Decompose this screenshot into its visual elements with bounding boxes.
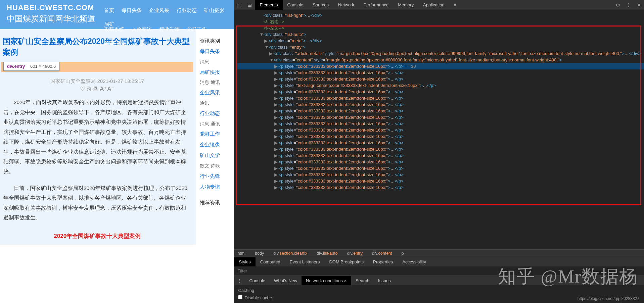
sidebar-link[interactable]: 矿山文学 xyxy=(200,150,231,161)
dom-node[interactable]: ▼<div class="entry"> xyxy=(237,44,644,50)
article-paragraph-1: 2020年，面对极其严峻复杂的国内外形势，特别是新冠肺炎疫情严重冲击，在党中央、… xyxy=(1,97,193,183)
sidebar-recommend: 推荐资讯 xyxy=(200,197,231,208)
dom-node[interactable]: ▶<p style="text-align:center;color:#3333… xyxy=(237,82,644,89)
nav-secondary: 投稿系统人物专访行业先锋党群工作购物商城 xyxy=(104,26,234,46)
dom-node[interactable]: ▶<p style="color:#333333;text-indent:2em… xyxy=(237,63,644,69)
disable-cache-checkbox[interactable] xyxy=(238,295,242,299)
dom-node[interactable]: ▶<div class="meta">…</div> xyxy=(237,38,644,44)
sidebar-link[interactable]: 行业动态 xyxy=(200,108,231,119)
sidebar-link[interactable]: 党群工作 xyxy=(200,129,231,140)
devtools-tab[interactable]: Elements xyxy=(255,0,282,10)
dom-node[interactable]: ▶<p style="color:#333333;text-indent:2em… xyxy=(237,178,644,184)
nav-item[interactable]: 矿山摄影 xyxy=(204,7,224,14)
dom-node[interactable]: <div class="list-right">…</div> xyxy=(237,12,644,18)
crumb[interactable]: body xyxy=(255,251,269,256)
dom-node[interactable]: ▼<div class="content" style="margin:0px;… xyxy=(237,57,644,63)
source-url: https://blog.csdn.net/qq_20288327 xyxy=(578,296,639,301)
nav-item[interactable]: 行业动态 xyxy=(177,7,197,14)
drawer-menu-icon[interactable]: ⋮ xyxy=(234,278,245,284)
tabs-overflow[interactable]: » xyxy=(449,0,461,10)
dom-node[interactable]: ▼<div class="list-auto"> xyxy=(237,31,644,38)
nav-item[interactable]: 人物专访 xyxy=(132,26,152,33)
devtools-toolbar: ⬚ ⬓ ElementsConsoleSourcesNetworkPerform… xyxy=(234,0,644,10)
sidebar-link[interactable]: 每日头条 xyxy=(200,46,231,57)
dom-node[interactable]: ▶<p style="color:#333333;text-indent:2em… xyxy=(237,95,644,101)
article-tools[interactable]: ♡ ⎘ 🖶 A⁺A⁻ xyxy=(1,85,193,97)
styles-tab[interactable]: Event Listeners xyxy=(285,257,325,266)
drawer-tab[interactable]: Search xyxy=(351,276,374,285)
close-icon[interactable]: ✕ xyxy=(634,2,644,8)
device-icon[interactable]: ⬓ xyxy=(244,2,255,8)
devtools-tab[interactable]: Memory xyxy=(393,0,418,10)
dom-node[interactable]: ▶<p style="color:#333333;text-indent:2em… xyxy=(237,146,644,152)
styles-tab[interactable]: Styles xyxy=(234,257,255,266)
styles-tab[interactable]: Accessibility xyxy=(398,257,431,266)
sidebar-link[interactable]: 局矿快报 xyxy=(200,67,231,78)
nav-item[interactable]: 党群工作 xyxy=(187,26,207,33)
dom-node[interactable]: ▶<p style="color:#333333;text-indent:2em… xyxy=(237,165,644,171)
drawer-tab[interactable]: What's New xyxy=(270,276,302,285)
sidebar-sub: 消息 xyxy=(200,57,231,67)
dom-node[interactable]: ▶<p style="color:#333333;text-indent:2em… xyxy=(237,152,644,159)
devtools-tab[interactable]: Console xyxy=(283,0,308,10)
crumb[interactable]: div.section.clearfix xyxy=(273,251,312,256)
dom-node[interactable]: ▶<p style="color:#333333;text-indent:2em… xyxy=(237,101,644,108)
sidebar-sub: 消息 通讯 xyxy=(200,78,231,88)
dom-node[interactable]: ▶<p style="color:#333333;text-indent:2em… xyxy=(237,127,644,133)
disable-cache-label: Disable cache xyxy=(244,295,272,300)
dom-node[interactable]: <!--左边--> xyxy=(237,25,644,31)
sidebar-link[interactable]: 企业风采 xyxy=(200,88,231,98)
dom-node[interactable]: ▶<p style="color:#333333;text-indent:2em… xyxy=(237,89,644,95)
breadcrumb[interactable]: htmlbodydiv.section.clearfixdiv.list-aut… xyxy=(234,249,644,257)
dom-node[interactable]: ▶<p style="color:#333333;text-indent:2em… xyxy=(237,108,644,114)
sidebar-sub: 消息 通讯 xyxy=(200,119,231,129)
nav-item[interactable]: 购物商城 xyxy=(104,40,124,46)
sidebar-link[interactable]: 人物专访 xyxy=(200,182,231,193)
dom-node[interactable]: ▶<p style="color:#333333;text-indent:2em… xyxy=(237,159,644,165)
dom-node[interactable]: ▶<p style="color:#333333;text-indent:2em… xyxy=(237,133,644,140)
devtools-panel: ⬚ ⬓ ElementsConsoleSourcesNetworkPerform… xyxy=(234,0,644,303)
dom-node[interactable]: ▶<p style="color:#333333;text-indent:2em… xyxy=(237,69,644,76)
caching-label: Caching xyxy=(238,288,640,293)
sidebar-sub: 通讯 xyxy=(200,98,231,108)
crumb[interactable]: div.entry xyxy=(347,251,367,256)
dom-node[interactable]: ▶<p style="color:#333333;text-indent:2em… xyxy=(237,76,644,82)
drawer-tab[interactable]: Network conditions✕ xyxy=(302,276,351,285)
crumb[interactable]: html xyxy=(237,251,250,256)
nav-primary: 首页每日头条企业风采行业动态矿山摄影局矿 xyxy=(104,7,234,28)
crumb[interactable]: div.content xyxy=(372,251,397,256)
settings-icon[interactable]: ⚙ xyxy=(613,2,623,8)
dom-node[interactable]: ▶<div class="article-details" style="mar… xyxy=(237,50,644,57)
dom-node[interactable]: <!--右边--> xyxy=(237,18,644,25)
inspect-icon[interactable]: ⬚ xyxy=(234,2,244,8)
nav-item[interactable]: 每日头条 xyxy=(122,7,142,14)
devtools-tab[interactable]: Network xyxy=(333,0,359,10)
dom-node[interactable]: ▶<p style="color:#333333;text-indent:2em… xyxy=(237,114,644,120)
styles-tab[interactable]: Computed xyxy=(256,257,285,266)
dom-node[interactable]: ▶<p style="color:#333333;text-indent:2em… xyxy=(237,171,644,178)
nav-item[interactable]: 投稿系统 xyxy=(104,26,124,33)
dom-node[interactable]: ▶<p style="color:#333333;text-indent:2em… xyxy=(237,184,644,191)
crumb[interactable]: p xyxy=(402,251,409,256)
sidebar-link[interactable]: 企业镜像 xyxy=(200,140,231,150)
dom-tree[interactable]: <div class="list-right">…</div><!--右边-->… xyxy=(234,10,644,249)
sidebar: 资讯类别 每日头条消息局矿快报消息 通讯企业风采通讯行业动态消息 通讯党群工作企… xyxy=(196,29,234,245)
drawer-tab[interactable]: Issues xyxy=(374,276,395,285)
dom-node[interactable]: ▶<p style="color:#333333;text-indent:2em… xyxy=(237,120,644,127)
nav-item[interactable]: 企业风采 xyxy=(149,7,169,14)
nav-item[interactable]: 首页 xyxy=(104,7,114,14)
dom-node[interactable]: ▶<p style="color:#333333;text-indent:2em… xyxy=(237,140,644,146)
sidebar-link[interactable]: 行业先锋 xyxy=(200,171,231,182)
crumb[interactable]: div.list-auto xyxy=(317,251,342,256)
devtools-tab[interactable]: Application xyxy=(418,0,449,10)
styles-tab[interactable]: Properties xyxy=(368,257,398,266)
menu-icon[interactable]: ⋮ xyxy=(623,2,634,8)
sidebar-sub: 散文 诗歌 xyxy=(200,161,231,171)
devtools-tab[interactable]: Sources xyxy=(308,0,333,10)
drawer-tab[interactable]: Console xyxy=(245,276,270,285)
styles-tab[interactable]: DOM Breakpoints xyxy=(324,257,368,266)
devtools-tab[interactable]: Performance xyxy=(359,0,393,10)
site-header: HUABEI.CWESTC.COM 中国煤炭新闻网华北频道 首页每日头条企业风采… xyxy=(0,0,234,29)
nav-item[interactable]: 行业先锋 xyxy=(159,26,179,33)
filter-input[interactable] xyxy=(237,268,641,273)
